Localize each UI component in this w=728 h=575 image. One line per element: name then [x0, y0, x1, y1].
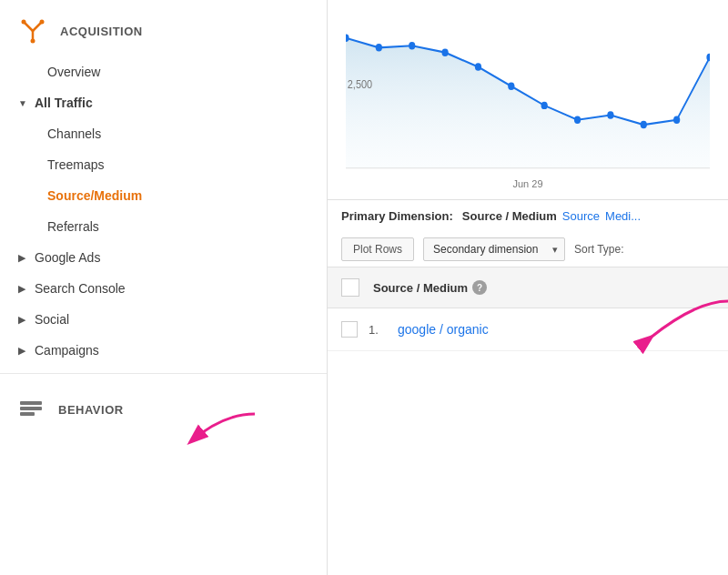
dim-option-source[interactable]: Source	[562, 209, 600, 223]
svg-point-14	[508, 82, 514, 89]
expand-arrow-icon: ▼	[18, 98, 27, 108]
svg-point-12	[441, 48, 448, 55]
sidebar: ACQUISITION Overview ▼ All Traffic Chann…	[0, 0, 328, 575]
expand-bullet-icon-3: ▶	[18, 314, 25, 326]
plot-rows-button[interactable]: Plot Rows	[341, 237, 414, 261]
svg-rect-8	[20, 412, 35, 416]
sidebar-item-referrals[interactable]: Referrals	[0, 211, 327, 242]
sidebar-item-search-console[interactable]: ▶ Search Console	[0, 273, 327, 304]
chart-x-label: Jun 29	[346, 178, 710, 189]
svg-point-13	[475, 63, 481, 70]
sidebar-item-source-medium[interactable]: Source/Medium	[0, 180, 327, 211]
behavior-icon	[18, 396, 46, 423]
table-row: 1. google / organic	[328, 308, 728, 351]
svg-text:2,500: 2,500	[348, 77, 373, 91]
primary-dimension-bar: Primary Dimension: Source / Medium Sourc…	[328, 200, 728, 232]
svg-point-16	[574, 116, 581, 124]
svg-point-3	[22, 20, 26, 25]
help-icon[interactable]: ?	[472, 280, 487, 295]
sidebar-item-treemaps[interactable]: Treemaps	[0, 149, 327, 180]
sidebar-item-overview[interactable]: Overview	[0, 56, 327, 87]
behavior-section-header: BEHAVIOR	[0, 381, 327, 434]
behavior-title: BEHAVIOR	[58, 403, 124, 417]
sidebar-item-all-traffic[interactable]: ▼ All Traffic	[0, 87, 327, 118]
svg-point-17	[607, 111, 613, 118]
toolbar: Plot Rows Secondary dimension Sort Type:	[328, 232, 728, 267]
primary-dim-label: Primary Dimension:	[341, 209, 453, 223]
svg-point-5	[31, 39, 35, 44]
sidebar-item-social[interactable]: ▶ Social	[0, 304, 327, 335]
dim-option-source-medium[interactable]: Source / Medium	[462, 209, 557, 223]
acquisition-icon	[18, 16, 47, 45]
svg-point-20	[706, 54, 710, 61]
line-chart: 2,500	[346, 9, 710, 173]
svg-point-19	[673, 116, 680, 124]
svg-rect-7	[20, 407, 42, 410]
row-link-google-organic[interactable]: google / organic	[398, 322, 489, 337]
row-number-1: 1.	[369, 323, 387, 337]
svg-point-4	[40, 20, 45, 25]
dim-option-medium[interactable]: Medi...	[605, 209, 641, 223]
secondary-dim-wrapper: Secondary dimension	[423, 237, 565, 261]
svg-rect-6	[20, 401, 42, 405]
header-checkbox[interactable]	[341, 278, 359, 297]
svg-point-18	[641, 121, 647, 128]
chart-area: 2,500 Jun 29	[328, 0, 728, 200]
expand-bullet-icon-2: ▶	[18, 283, 25, 295]
expand-bullet-icon: ▶	[18, 252, 25, 264]
data-table: Source / Medium ? 1. google / organic	[328, 267, 728, 575]
sort-type-label: Sort Type:	[574, 243, 623, 256]
section-divider	[0, 373, 327, 374]
sidebar-item-campaigns[interactable]: ▶ Campaigns	[0, 335, 327, 366]
main-content: 2,500 Jun 29 Primary Dimension: Source /…	[328, 0, 728, 575]
column-header-source-medium: Source / Medium ?	[373, 280, 487, 295]
sidebar-item-channels[interactable]: Channels	[0, 118, 327, 149]
acquisition-title: ACQUISITION	[60, 25, 143, 38]
svg-point-11	[409, 42, 415, 49]
expand-bullet-icon-4: ▶	[18, 345, 25, 357]
table-header: Source / Medium ?	[328, 267, 728, 308]
svg-point-10	[376, 44, 382, 51]
sidebar-item-google-ads[interactable]: ▶ Google Ads	[0, 242, 327, 273]
secondary-dimension-select[interactable]: Secondary dimension	[423, 237, 565, 261]
svg-point-15	[541, 102, 548, 109]
row-checkbox-1[interactable]	[341, 321, 358, 338]
acquisition-section-header: ACQUISITION	[0, 0, 327, 56]
